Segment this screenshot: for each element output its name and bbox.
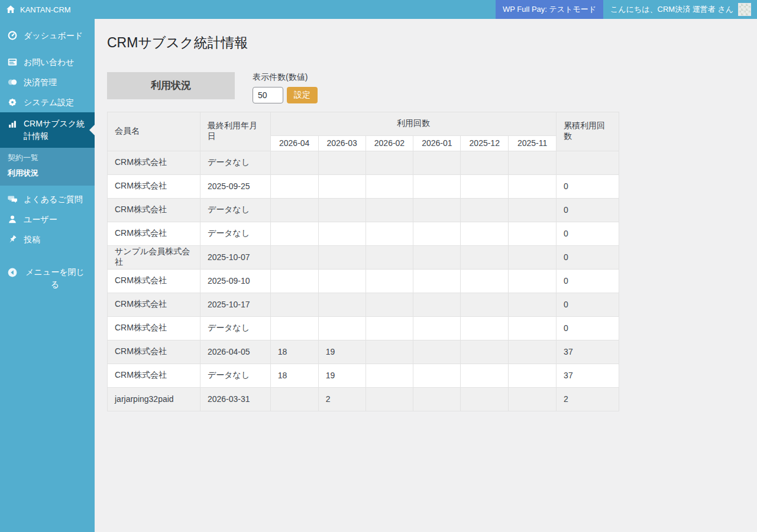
admin-bar: KANTAN-CRM WP Full Pay: テストモード こんにちは、CRM…: [0, 0, 757, 19]
usage-cell: [461, 245, 509, 269]
cumulative-cell: 0: [557, 245, 619, 269]
faq-icon: [7, 194, 18, 205]
sidebar-item-payments[interactable]: 決済管理: [0, 72, 95, 92]
last-used-cell: 2026-04-05: [200, 340, 270, 364]
payments-icon: [7, 77, 18, 87]
admin-sidebar: ダッシュボード お問い合わせ 決済管理: [0, 19, 95, 532]
usage-cell: 18: [270, 364, 318, 387]
usage-cell: [461, 364, 509, 387]
col-header-member: 会員名: [108, 112, 200, 151]
main-content: CRMサブスク統計情報 利用状況 表示件数(数値) 設定 会員名 最終利用年月日…: [95, 19, 757, 532]
fullpay-test-mode-badge[interactable]: WP Full Pay: テストモード: [496, 0, 603, 19]
collapse-menu-button[interactable]: メニューを閉じる: [0, 266, 95, 291]
usage-cell: [413, 316, 461, 340]
usage-cell: [413, 340, 461, 364]
sidebar-item-contact[interactable]: お問い合わせ: [0, 52, 95, 72]
usage-cell: 19: [318, 364, 365, 387]
member-cell: CRM株式会社: [108, 316, 200, 340]
sidebar-item-dashboard[interactable]: ダッシュボード: [0, 25, 95, 46]
site-home-link[interactable]: KANTAN-CRM: [0, 5, 71, 14]
usage-cell: [270, 174, 318, 198]
cumulative-cell: 37: [557, 340, 619, 364]
usage-cell: [509, 316, 557, 340]
usage-cell: [270, 245, 318, 269]
member-cell: CRM株式会社: [108, 151, 200, 174]
dashboard-icon: [7, 30, 18, 41]
cumulative-cell: 0: [557, 222, 619, 245]
usage-cell: [318, 269, 365, 293]
sidebar-item-posts[interactable]: 投稿: [0, 229, 95, 249]
usage-cell: [365, 387, 413, 411]
table-row: CRM株式会社データなし0: [108, 198, 619, 222]
account-greeting[interactable]: こんにちは、CRM決済 運営者 さん: [610, 4, 733, 15]
sidebar-item-label: 決済管理: [24, 77, 57, 87]
menu-separator: [0, 46, 95, 52]
col-header-cumulative: 累積利用回数: [557, 112, 619, 151]
usage-cell: [509, 269, 557, 293]
member-cell: CRM株式会社: [108, 340, 200, 364]
cumulative-cell: [557, 151, 619, 174]
usage-cell: [318, 174, 365, 198]
site-label: KANTAN-CRM: [20, 5, 71, 14]
col-header-last-used: 最終利用年月日: [200, 112, 270, 151]
cumulative-cell: 0: [557, 316, 619, 340]
usage-cell: [318, 316, 365, 340]
usage-cell: [413, 387, 461, 411]
sidebar-item-crm-subsc-stats[interactable]: CRMサブスク統計情報: [0, 112, 95, 148]
usage-cell: [365, 198, 413, 222]
table-row: CRM株式会社2025-10-170: [108, 293, 619, 316]
sidebar-item-label: CRMサブスク統計情報: [24, 118, 88, 142]
gear-icon: [7, 97, 18, 108]
tab-usage-status[interactable]: 利用状況: [107, 72, 235, 99]
header-row-group: 会員名 最終利用年月日 利用回数 累積利用回数: [108, 112, 619, 135]
member-cell: CRM株式会社: [108, 293, 200, 316]
month-header-2026-03: 2026-03: [318, 135, 365, 151]
last-used-cell: 2025-10-07: [200, 245, 270, 269]
table-row: jarjarping32paid2026-03-3122: [108, 387, 619, 411]
usage-cell: [318, 151, 365, 174]
usage-cell: [365, 222, 413, 245]
apply-button[interactable]: 設定: [287, 87, 318, 103]
avatar[interactable]: [738, 3, 751, 16]
usage-cell: [318, 245, 365, 269]
usage-cell: [461, 340, 509, 364]
usage-cell: [318, 293, 365, 316]
submenu-item-usage-status[interactable]: 利用状況: [0, 166, 95, 181]
display-count-label: 表示件数(数値): [253, 72, 318, 83]
usage-cell: [270, 222, 318, 245]
usage-cell: [461, 293, 509, 316]
usage-cell: [461, 174, 509, 198]
table-row: CRM株式会社2025-09-250: [108, 174, 619, 198]
display-count-input[interactable]: [253, 87, 283, 103]
home-icon: [6, 5, 15, 14]
usage-cell: [413, 245, 461, 269]
feedback-icon: [7, 57, 18, 67]
sidebar-item-users[interactable]: ユーザー: [0, 209, 95, 229]
sidebar-item-label: システム設定: [24, 97, 74, 108]
usage-cell: [365, 245, 413, 269]
table-row: CRM株式会社データなし0: [108, 316, 619, 340]
usage-cell: [509, 174, 557, 198]
usage-cell: [413, 174, 461, 198]
collapse-arrow-icon: [7, 267, 18, 278]
member-cell: CRM株式会社: [108, 198, 200, 222]
submenu-item-contracts[interactable]: 契約一覧: [0, 150, 95, 166]
bar-chart-icon: [7, 119, 18, 129]
usage-cell: [461, 222, 509, 245]
usage-cell: [365, 151, 413, 174]
usage-cell: [270, 151, 318, 174]
sidebar-item-settings[interactable]: システム設定: [0, 92, 95, 112]
member-cell: jarjarping32paid: [108, 387, 200, 411]
usage-stats-table: 会員名 最終利用年月日 利用回数 累積利用回数 2026-042026-0320…: [107, 112, 619, 411]
table-row: CRM株式会社2025-09-100: [108, 269, 619, 293]
usage-cell: [509, 198, 557, 222]
usage-cell: [270, 198, 318, 222]
usage-cell: [270, 269, 318, 293]
usage-cell: 2: [318, 387, 365, 411]
sidebar-item-faq[interactable]: よくあるご質問: [0, 189, 95, 209]
cumulative-cell: 0: [557, 198, 619, 222]
month-header-2025-11: 2025-11: [509, 135, 557, 151]
last-used-cell: 2025-09-10: [200, 269, 270, 293]
last-used-cell: 2025-09-25: [200, 174, 270, 198]
usage-cell: [509, 222, 557, 245]
